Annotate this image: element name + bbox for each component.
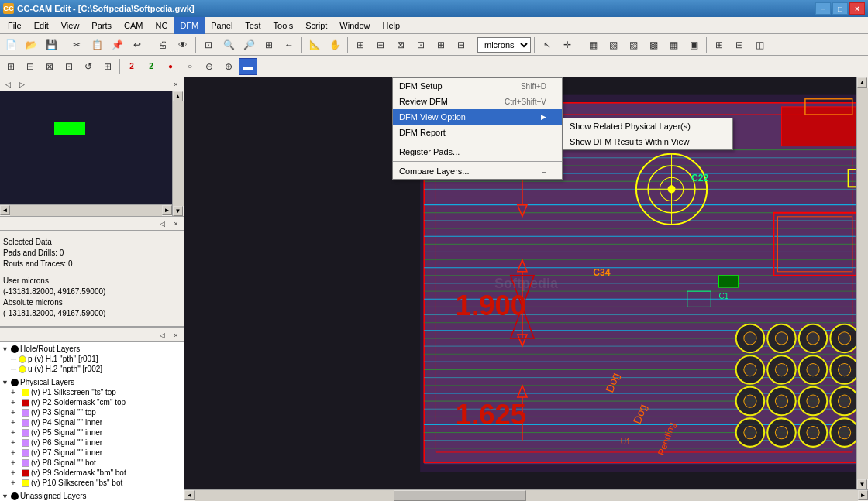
tree-item-p8[interactable]: + (v) P8 Signal "" bot [0, 458, 184, 468]
scroll-up[interactable]: ▲ [173, 91, 183, 101]
menu-view[interactable]: View [55, 17, 86, 34]
snap4[interactable]: ⊡ [60, 58, 78, 75]
cursor-btn[interactable]: ↖ [538, 36, 556, 53]
save-button[interactable]: 💾 [42, 36, 60, 53]
layer-btn6[interactable]: ▣ [684, 36, 703, 53]
canvas-vscroll[interactable]: ▲ ▼ [856, 77, 868, 489]
canvas-scroll-up[interactable]: ▲ [857, 77, 867, 88]
scroll-right[interactable]: ► [162, 205, 172, 215]
cnt1[interactable]: 2 [122, 58, 141, 75]
show-related-item[interactable]: Show Related Physical Layer(s) [563, 118, 732, 134]
grid1[interactable]: ⊞ [351, 36, 370, 53]
copy-button[interactable]: 📋 [88, 36, 106, 53]
cnt4[interactable]: ○ [181, 58, 199, 75]
tree-header-unassigned[interactable]: ▼ Unassigned Layers [0, 491, 184, 501]
tree-header-physical[interactable]: ▼ Physical Layers [0, 377, 184, 387]
menu-nc[interactable]: NC [150, 17, 174, 34]
close-button[interactable]: × [849, 2, 865, 15]
tree-item-h2[interactable]: ─ u (v) H.2 "npth" [r002] [0, 364, 184, 374]
snap2[interactable]: ⊟ [21, 58, 40, 75]
undo-button[interactable]: ↩ [128, 36, 146, 53]
tree-item-p3[interactable]: + (v) P3 Signal "" top [0, 407, 184, 417]
tree-item-p6[interactable]: + (v) P6 Signal "" inner [0, 438, 184, 448]
preview-close[interactable]: × [170, 79, 182, 90]
info-close[interactable]: × [170, 218, 182, 229]
cnt6[interactable]: ⊕ [219, 58, 238, 75]
tree-close[interactable]: × [170, 330, 182, 341]
preview-tb2[interactable]: ▷ [16, 79, 28, 90]
canvas-hscroll[interactable]: ◄ ► [184, 489, 868, 501]
snap6[interactable]: ⊞ [98, 58, 117, 75]
cnt5[interactable]: ⊖ [200, 58, 219, 75]
layer-btn2[interactable]: ▧ [604, 36, 622, 53]
menu-script[interactable]: Script [299, 17, 333, 34]
maximize-button[interactable]: □ [832, 2, 848, 15]
cnt3[interactable]: ● [161, 58, 180, 75]
menu-parts[interactable]: Parts [85, 17, 118, 34]
dfm-setup-item[interactable]: DFM Setup Shift+D [393, 78, 562, 94]
grid2[interactable]: ⊟ [371, 36, 390, 53]
paste-button[interactable]: 📌 [108, 36, 126, 53]
layer-btn3[interactable]: ▨ [624, 36, 642, 53]
menu-dfm[interactable]: DFM [174, 17, 205, 34]
tree-item-h1[interactable]: ─ p (v) H.1 "pth" [r001] [0, 354, 184, 364]
menu-tools[interactable]: Tools [267, 17, 300, 34]
measure[interactable]: 📐 [305, 36, 324, 53]
grid4[interactable]: ⊡ [412, 36, 430, 53]
tree-item-p7[interactable]: + (v) P7 Signal "" inner [0, 448, 184, 458]
layer-btn5[interactable]: ▦ [664, 36, 683, 53]
compare-layers-item[interactable]: Compare Layers... = [393, 163, 562, 179]
canvas-hscroll-left[interactable]: ◄ [184, 490, 195, 500]
menu-test[interactable]: Test [239, 17, 267, 34]
cross-btn[interactable]: ✛ [558, 36, 577, 53]
zoom-select[interactable]: ⊞ [260, 36, 278, 53]
menu-cam[interactable]: CAM [118, 17, 149, 34]
show-dfm-results-item[interactable]: Show DFM Results Within View [563, 134, 732, 149]
zoom-fit[interactable]: ⊡ [199, 36, 218, 53]
zoom-prev[interactable]: ← [280, 36, 298, 53]
tree-item-p4[interactable]: + (v) P4 Signal "" inner [0, 417, 184, 427]
tree-item-p9[interactable]: + (v) P9 Soldermask "bm" bot [0, 468, 184, 478]
scroll-down[interactable]: ▼ [173, 206, 183, 216]
dfm-report-item[interactable]: DFM Report [393, 125, 562, 140]
menu-panel[interactable]: Panel [205, 17, 239, 34]
tree-header-hole-rout[interactable]: ▼ Hole/Rout Layers [0, 344, 184, 354]
review-dfm-item[interactable]: Review DFM Ctrl+Shift+V [393, 94, 562, 109]
canvas-hthumb[interactable] [394, 490, 526, 501]
extra1[interactable]: ⊞ [710, 36, 728, 53]
menu-edit[interactable]: Edit [28, 17, 55, 34]
tree-item-p2[interactable]: + (v) P2 Soldermask "cm" top [0, 397, 184, 407]
cnt7[interactable]: ▬ [239, 58, 257, 75]
tree-tb1[interactable]: ◁ [156, 330, 168, 341]
menu-file[interactable]: File [2, 17, 28, 34]
units-dropdown[interactable]: microns mm inches mils [477, 37, 531, 53]
new-button[interactable]: 📄 [2, 36, 20, 53]
canvas-area[interactable]: C22 C34 0.525 [184, 77, 868, 489]
tree-item-p10[interactable]: + (v) P10 Silkscreen "bs" bot [0, 478, 184, 488]
grid3[interactable]: ⊠ [391, 36, 410, 53]
register-pads-item[interactable]: Register Pads... [393, 144, 562, 160]
print-button[interactable]: 🖨 [153, 36, 172, 53]
preview-vscroll[interactable]: ▲ ▼ [172, 91, 184, 216]
canvas-hscroll-right[interactable]: ► [858, 490, 868, 500]
snap3[interactable]: ⊠ [40, 58, 59, 75]
cnt2[interactable]: 2 [142, 58, 160, 75]
snap5[interactable]: ↺ [79, 58, 98, 75]
grid5[interactable]: ⊞ [432, 36, 450, 53]
layer-btn1[interactable]: ▦ [584, 36, 602, 53]
preview-tb1[interactable]: ◁ [2, 79, 14, 90]
open-button[interactable]: 📂 [22, 36, 40, 53]
zoom-in[interactable]: 🔍 [219, 36, 238, 53]
menu-window[interactable]: Window [333, 17, 376, 34]
cut-button[interactable]: ✂ [67, 36, 86, 53]
grid6[interactable]: ⊟ [452, 36, 470, 53]
menu-help[interactable]: Help [376, 17, 406, 34]
extra2[interactable]: ⊟ [730, 36, 749, 53]
extra3[interactable]: ◫ [750, 36, 769, 53]
preview-button[interactable]: 👁 [174, 36, 192, 53]
canvas-scroll-down[interactable]: ▼ [857, 479, 867, 489]
minimize-button[interactable]: − [815, 2, 831, 15]
tree-item-p1[interactable]: + (v) P1 Silkscreen "ts" top [0, 387, 184, 397]
scroll-left[interactable]: ◄ [0, 205, 10, 215]
pan[interactable]: ✋ [326, 36, 344, 53]
